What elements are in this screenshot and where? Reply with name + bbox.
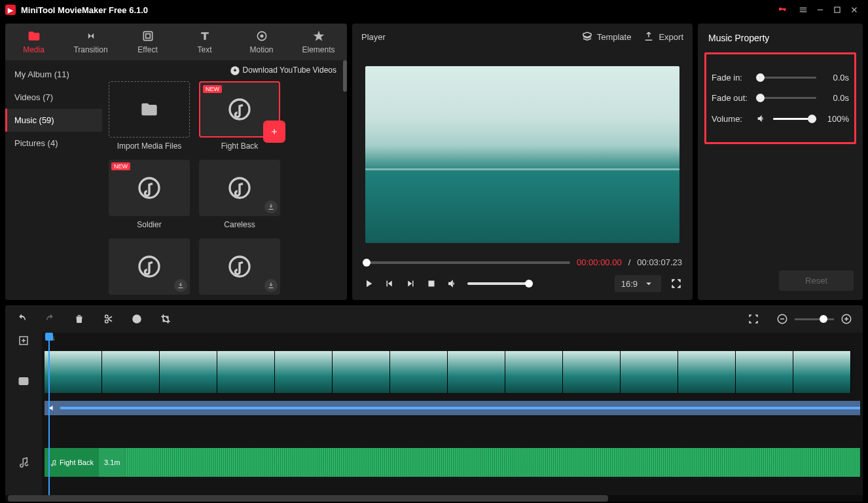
- svg-rect-2: [143, 31, 152, 40]
- crop-button[interactable]: [160, 313, 172, 325]
- sidebar-item-pictures[interactable]: Pictures (4): [5, 132, 102, 155]
- sidebar-item-videos[interactable]: Videos (7): [5, 86, 102, 109]
- volume-icon[interactable]: [756, 113, 767, 124]
- playhead[interactable]: [48, 333, 50, 495]
- tile-caption: Soldier: [137, 220, 161, 229]
- tab-motion[interactable]: Motion: [233, 24, 290, 60]
- aspect-ratio-select[interactable]: 16:9: [615, 275, 661, 292]
- linked-audio-track[interactable]: [45, 401, 860, 415]
- tab-text[interactable]: Text: [176, 24, 233, 60]
- player-panel: Player Template Export 00:00:00.00 / 00:…: [352, 24, 693, 300]
- music-tile-careless[interactable]: [199, 160, 280, 216]
- template-button[interactable]: Template: [581, 31, 632, 43]
- redo-button[interactable]: [45, 313, 56, 325]
- zoom-slider[interactable]: [795, 318, 834, 320]
- fade-in-value: 0.0s: [823, 73, 849, 83]
- timeline-h-scrollbar[interactable]: [5, 495, 863, 502]
- tile-caption: Careless: [224, 220, 255, 229]
- scrollbar[interactable]: [343, 60, 347, 92]
- titlebar: ▶ MiniTool MovieMaker Free 6.1.0: [0, 0, 868, 20]
- delete-button[interactable]: [73, 313, 85, 325]
- import-caption: Import Media Files: [117, 141, 182, 151]
- split-button[interactable]: [102, 313, 114, 325]
- undo-button[interactable]: [16, 313, 27, 325]
- fade-out-slider[interactable]: [756, 97, 816, 99]
- add-track-button[interactable]: [5, 333, 42, 348]
- svg-rect-0: [818, 9, 823, 10]
- svg-point-4: [260, 35, 263, 38]
- tab-transition[interactable]: Transition: [62, 24, 119, 60]
- app-logo: ▶: [5, 5, 16, 15]
- download-icon[interactable]: [264, 279, 278, 292]
- add-to-timeline-button[interactable]: [264, 122, 284, 141]
- export-button[interactable]: Export: [643, 31, 683, 43]
- volume-value: 100%: [823, 114, 849, 124]
- volume-icon[interactable]: [446, 278, 458, 289]
- close-button[interactable]: [846, 1, 863, 18]
- media-panel: Media Transition Effect Text Motion Elem…: [5, 24, 347, 300]
- stop-button[interactable]: [425, 278, 437, 289]
- speed-button[interactable]: [131, 313, 143, 325]
- fit-button[interactable]: [748, 313, 759, 325]
- new-badge: NEW: [203, 85, 222, 93]
- volume-label: Volume:: [712, 114, 750, 124]
- fade-in-slider[interactable]: [756, 77, 816, 79]
- zoom-in-button[interactable]: [841, 313, 852, 325]
- import-media-tile[interactable]: [109, 81, 190, 138]
- music-tile-soldier[interactable]: NEW: [109, 160, 190, 216]
- property-header: Music Property: [698, 24, 863, 52]
- music-clip-name: Fight Back: [60, 458, 94, 466]
- svg-rect-1: [835, 7, 840, 12]
- download-youtube-link[interactable]: Download YouTube Videos: [102, 60, 347, 81]
- seek-slider[interactable]: [363, 261, 570, 264]
- fade-out-value: 0.0s: [823, 93, 849, 103]
- tab-elements[interactable]: Elements: [290, 24, 347, 60]
- timeline-toolbar: [5, 305, 863, 333]
- next-frame-button[interactable]: [405, 278, 416, 289]
- sidebar-item-music[interactable]: Music (59): [5, 109, 102, 132]
- video-preview[interactable]: [365, 66, 679, 243]
- current-time: 00:00:00.00: [577, 257, 622, 267]
- fade-in-label: Fade in:: [712, 73, 750, 83]
- fullscreen-button[interactable]: [670, 278, 682, 289]
- play-button[interactable]: [363, 278, 374, 289]
- zoom-out-button[interactable]: [776, 313, 788, 325]
- maximize-button[interactable]: [829, 1, 846, 18]
- music-tile-fight-back[interactable]: NEW: [199, 81, 280, 138]
- music-clip[interactable]: Fight Back 3.1m: [45, 448, 860, 477]
- media-sidebar: My Album (11) Videos (7) Music (59) Pict…: [5, 60, 102, 300]
- tile-caption: Fight Back: [221, 141, 259, 151]
- reset-button[interactable]: Reset: [779, 270, 854, 291]
- property-panel: Music Property Fade in: 0.0s Fade out: 0…: [698, 24, 863, 300]
- sidebar-item-album[interactable]: My Album (11): [5, 63, 102, 86]
- new-badge: NEW: [111, 162, 130, 170]
- app-title: MiniTool MovieMaker Free 6.1.0: [21, 5, 148, 15]
- tab-effect[interactable]: Effect: [119, 24, 176, 60]
- music-tile[interactable]: [199, 238, 280, 295]
- timeline-panel: 0s Fight Back 3.1m: [5, 305, 863, 502]
- volume-slider[interactable]: [467, 282, 533, 285]
- prev-frame-button[interactable]: [384, 278, 395, 289]
- fade-out-label: Fade out:: [712, 93, 750, 103]
- music-track-icon: [5, 444, 42, 479]
- download-icon[interactable]: [174, 279, 187, 292]
- tab-media[interactable]: Media: [5, 24, 62, 60]
- key-icon[interactable]: [774, 1, 791, 18]
- video-track[interactable]: [45, 348, 863, 401]
- video-track-icon: [5, 348, 42, 414]
- duration: 00:03:07.23: [637, 257, 682, 267]
- property-highlight: Fade in: 0.0s Fade out: 0.0s Volume: 100…: [704, 52, 856, 144]
- minimize-button[interactable]: [812, 1, 829, 18]
- menu-icon[interactable]: [795, 1, 812, 18]
- music-tile[interactable]: [109, 238, 190, 295]
- download-icon[interactable]: [264, 200, 278, 214]
- volume-prop-slider[interactable]: [773, 118, 816, 120]
- svg-rect-3: [145, 34, 150, 39]
- music-clip-length: 3.1m: [104, 458, 120, 466]
- svg-rect-12: [429, 281, 435, 287]
- main-tabs: Media Transition Effect Text Motion Elem…: [5, 24, 347, 60]
- player-title: Player: [361, 32, 386, 42]
- svg-rect-18: [19, 378, 28, 385]
- svg-rect-15: [780, 318, 784, 320]
- time-ruler[interactable]: 0s: [42, 333, 863, 348]
